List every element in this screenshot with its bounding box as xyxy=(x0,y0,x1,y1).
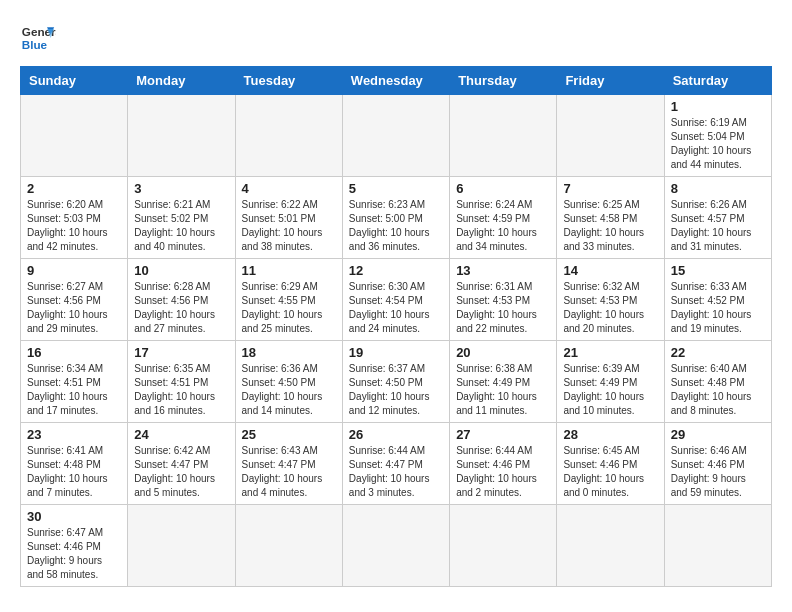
day-info: Sunrise: 6:39 AM Sunset: 4:49 PM Dayligh… xyxy=(563,362,657,418)
weekday-header-tuesday: Tuesday xyxy=(235,67,342,95)
day-info: Sunrise: 6:46 AM Sunset: 4:46 PM Dayligh… xyxy=(671,444,765,500)
calendar-cell: 15Sunrise: 6:33 AM Sunset: 4:52 PM Dayli… xyxy=(664,259,771,341)
day-info: Sunrise: 6:27 AM Sunset: 4:56 PM Dayligh… xyxy=(27,280,121,336)
calendar-cell: 14Sunrise: 6:32 AM Sunset: 4:53 PM Dayli… xyxy=(557,259,664,341)
day-info: Sunrise: 6:41 AM Sunset: 4:48 PM Dayligh… xyxy=(27,444,121,500)
day-number: 1 xyxy=(671,99,765,114)
calendar-cell: 26Sunrise: 6:44 AM Sunset: 4:47 PM Dayli… xyxy=(342,423,449,505)
day-number: 18 xyxy=(242,345,336,360)
weekday-header-thursday: Thursday xyxy=(450,67,557,95)
calendar-row-3: 16Sunrise: 6:34 AM Sunset: 4:51 PM Dayli… xyxy=(21,341,772,423)
weekday-header-wednesday: Wednesday xyxy=(342,67,449,95)
day-info: Sunrise: 6:22 AM Sunset: 5:01 PM Dayligh… xyxy=(242,198,336,254)
day-number: 4 xyxy=(242,181,336,196)
day-number: 9 xyxy=(27,263,121,278)
day-number: 28 xyxy=(563,427,657,442)
calendar-row-2: 9Sunrise: 6:27 AM Sunset: 4:56 PM Daylig… xyxy=(21,259,772,341)
weekday-header-sunday: Sunday xyxy=(21,67,128,95)
calendar-cell: 28Sunrise: 6:45 AM Sunset: 4:46 PM Dayli… xyxy=(557,423,664,505)
day-number: 8 xyxy=(671,181,765,196)
calendar-row-1: 2Sunrise: 6:20 AM Sunset: 5:03 PM Daylig… xyxy=(21,177,772,259)
day-number: 29 xyxy=(671,427,765,442)
day-info: Sunrise: 6:44 AM Sunset: 4:46 PM Dayligh… xyxy=(456,444,550,500)
day-info: Sunrise: 6:21 AM Sunset: 5:02 PM Dayligh… xyxy=(134,198,228,254)
day-info: Sunrise: 6:37 AM Sunset: 4:50 PM Dayligh… xyxy=(349,362,443,418)
day-info: Sunrise: 6:24 AM Sunset: 4:59 PM Dayligh… xyxy=(456,198,550,254)
day-info: Sunrise: 6:38 AM Sunset: 4:49 PM Dayligh… xyxy=(456,362,550,418)
day-info: Sunrise: 6:44 AM Sunset: 4:47 PM Dayligh… xyxy=(349,444,443,500)
day-info: Sunrise: 6:32 AM Sunset: 4:53 PM Dayligh… xyxy=(563,280,657,336)
logo-icon: General Blue xyxy=(20,20,56,56)
calendar-cell: 9Sunrise: 6:27 AM Sunset: 4:56 PM Daylig… xyxy=(21,259,128,341)
day-number: 23 xyxy=(27,427,121,442)
day-number: 26 xyxy=(349,427,443,442)
calendar-cell: 20Sunrise: 6:38 AM Sunset: 4:49 PM Dayli… xyxy=(450,341,557,423)
calendar-cell xyxy=(235,505,342,587)
calendar-cell xyxy=(664,505,771,587)
day-info: Sunrise: 6:33 AM Sunset: 4:52 PM Dayligh… xyxy=(671,280,765,336)
calendar-cell: 30Sunrise: 6:47 AM Sunset: 4:46 PM Dayli… xyxy=(21,505,128,587)
calendar-cell: 21Sunrise: 6:39 AM Sunset: 4:49 PM Dayli… xyxy=(557,341,664,423)
svg-text:Blue: Blue xyxy=(22,38,48,51)
calendar-cell: 6Sunrise: 6:24 AM Sunset: 4:59 PM Daylig… xyxy=(450,177,557,259)
calendar-cell: 22Sunrise: 6:40 AM Sunset: 4:48 PM Dayli… xyxy=(664,341,771,423)
calendar-row-5: 30Sunrise: 6:47 AM Sunset: 4:46 PM Dayli… xyxy=(21,505,772,587)
day-info: Sunrise: 6:30 AM Sunset: 4:54 PM Dayligh… xyxy=(349,280,443,336)
day-info: Sunrise: 6:36 AM Sunset: 4:50 PM Dayligh… xyxy=(242,362,336,418)
calendar-cell xyxy=(342,505,449,587)
day-number: 10 xyxy=(134,263,228,278)
day-info: Sunrise: 6:43 AM Sunset: 4:47 PM Dayligh… xyxy=(242,444,336,500)
day-number: 16 xyxy=(27,345,121,360)
day-info: Sunrise: 6:29 AM Sunset: 4:55 PM Dayligh… xyxy=(242,280,336,336)
weekday-header-saturday: Saturday xyxy=(664,67,771,95)
calendar-cell: 10Sunrise: 6:28 AM Sunset: 4:56 PM Dayli… xyxy=(128,259,235,341)
day-number: 19 xyxy=(349,345,443,360)
day-number: 5 xyxy=(349,181,443,196)
day-info: Sunrise: 6:19 AM Sunset: 5:04 PM Dayligh… xyxy=(671,116,765,172)
calendar-cell xyxy=(128,505,235,587)
calendar-cell: 29Sunrise: 6:46 AM Sunset: 4:46 PM Dayli… xyxy=(664,423,771,505)
day-info: Sunrise: 6:31 AM Sunset: 4:53 PM Dayligh… xyxy=(456,280,550,336)
day-number: 15 xyxy=(671,263,765,278)
calendar-cell: 7Sunrise: 6:25 AM Sunset: 4:58 PM Daylig… xyxy=(557,177,664,259)
day-info: Sunrise: 6:42 AM Sunset: 4:47 PM Dayligh… xyxy=(134,444,228,500)
calendar-cell: 13Sunrise: 6:31 AM Sunset: 4:53 PM Dayli… xyxy=(450,259,557,341)
calendar-cell xyxy=(557,505,664,587)
calendar-cell xyxy=(342,95,449,177)
day-number: 2 xyxy=(27,181,121,196)
calendar-cell: 18Sunrise: 6:36 AM Sunset: 4:50 PM Dayli… xyxy=(235,341,342,423)
calendar-cell: 5Sunrise: 6:23 AM Sunset: 5:00 PM Daylig… xyxy=(342,177,449,259)
calendar: SundayMondayTuesdayWednesdayThursdayFrid… xyxy=(20,66,772,587)
day-number: 11 xyxy=(242,263,336,278)
day-number: 25 xyxy=(242,427,336,442)
day-info: Sunrise: 6:45 AM Sunset: 4:46 PM Dayligh… xyxy=(563,444,657,500)
header: General Blue xyxy=(20,20,772,56)
calendar-cell: 25Sunrise: 6:43 AM Sunset: 4:47 PM Dayli… xyxy=(235,423,342,505)
weekday-header-friday: Friday xyxy=(557,67,664,95)
day-info: Sunrise: 6:34 AM Sunset: 4:51 PM Dayligh… xyxy=(27,362,121,418)
day-number: 12 xyxy=(349,263,443,278)
calendar-cell: 11Sunrise: 6:29 AM Sunset: 4:55 PM Dayli… xyxy=(235,259,342,341)
day-info: Sunrise: 6:28 AM Sunset: 4:56 PM Dayligh… xyxy=(134,280,228,336)
day-number: 13 xyxy=(456,263,550,278)
calendar-cell: 19Sunrise: 6:37 AM Sunset: 4:50 PM Dayli… xyxy=(342,341,449,423)
day-number: 17 xyxy=(134,345,228,360)
calendar-cell: 8Sunrise: 6:26 AM Sunset: 4:57 PM Daylig… xyxy=(664,177,771,259)
calendar-cell xyxy=(128,95,235,177)
calendar-row-4: 23Sunrise: 6:41 AM Sunset: 4:48 PM Dayli… xyxy=(21,423,772,505)
calendar-row-0: 1Sunrise: 6:19 AM Sunset: 5:04 PM Daylig… xyxy=(21,95,772,177)
calendar-cell: 1Sunrise: 6:19 AM Sunset: 5:04 PM Daylig… xyxy=(664,95,771,177)
day-number: 27 xyxy=(456,427,550,442)
calendar-cell: 23Sunrise: 6:41 AM Sunset: 4:48 PM Dayli… xyxy=(21,423,128,505)
day-number: 24 xyxy=(134,427,228,442)
weekday-header-monday: Monday xyxy=(128,67,235,95)
day-number: 20 xyxy=(456,345,550,360)
day-number: 7 xyxy=(563,181,657,196)
calendar-cell: 16Sunrise: 6:34 AM Sunset: 4:51 PM Dayli… xyxy=(21,341,128,423)
calendar-cell: 24Sunrise: 6:42 AM Sunset: 4:47 PM Dayli… xyxy=(128,423,235,505)
day-info: Sunrise: 6:20 AM Sunset: 5:03 PM Dayligh… xyxy=(27,198,121,254)
weekday-header-row: SundayMondayTuesdayWednesdayThursdayFrid… xyxy=(21,67,772,95)
day-number: 3 xyxy=(134,181,228,196)
day-number: 22 xyxy=(671,345,765,360)
day-number: 14 xyxy=(563,263,657,278)
